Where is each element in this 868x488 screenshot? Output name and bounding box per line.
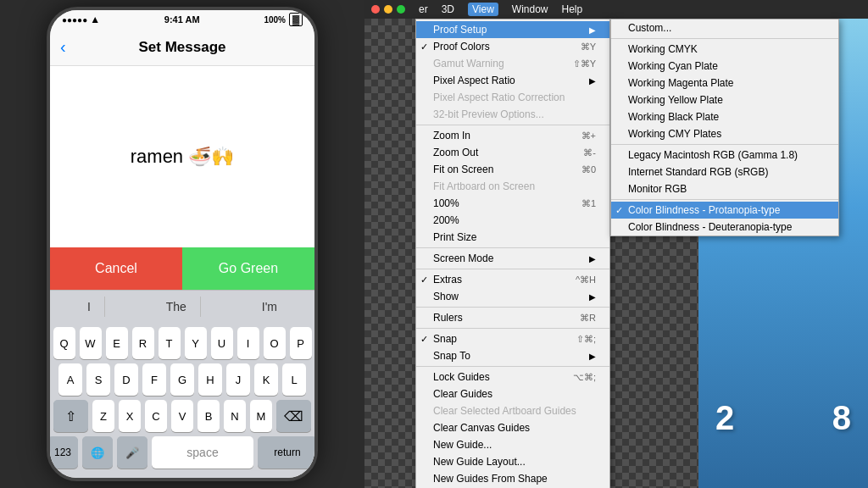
key-j[interactable]: J (226, 363, 250, 396)
menu-window[interactable]: Window (512, 3, 548, 15)
menu-item-100pct[interactable]: 100% ⌘1 (416, 195, 609, 212)
proof-setup-submenu: Custom... Working CMYK Working Cyan Plat… (610, 19, 839, 236)
key-q[interactable]: Q (53, 327, 75, 359)
key-o[interactable]: O (264, 327, 286, 359)
game-num-1: 2 (715, 399, 734, 437)
key-e[interactable]: E (106, 327, 128, 359)
phone: ●●●●● ▲ 9:41 AM 100% ▓ ‹ Set Message ram… (47, 7, 318, 481)
menu-item-proof-colors[interactable]: ✓ Proof Colors ⌘Y (416, 38, 609, 55)
key-z[interactable]: Z (92, 400, 114, 432)
key-m[interactable]: M (250, 400, 272, 432)
autocorrect-word-1[interactable]: I (74, 297, 105, 317)
phone-container: ●●●●● ▲ 9:41 AM 100% ▓ ‹ Set Message ram… (0, 0, 364, 488)
submenu-colorblind-protanopia[interactable]: ✓ Color Blindness - Protanopia-type (611, 202, 838, 219)
menu-item-new-guide-layout[interactable]: New Guide Layout... (416, 453, 609, 470)
key-w[interactable]: W (80, 327, 102, 359)
back-button[interactable]: ‹ (60, 37, 66, 57)
key-t[interactable]: T (159, 327, 181, 359)
menu-item-snap-to[interactable]: Snap To ▶ (416, 347, 609, 364)
battery-icon: ▓ (289, 13, 303, 26)
menu-item-extras[interactable]: ✓ Extras ^⌘H (416, 271, 609, 288)
menu-item-pixel-aspect-ratio[interactable]: Pixel Aspect Ratio ▶ (416, 72, 609, 89)
menu-help[interactable]: Help (562, 3, 583, 15)
menu-item-zoom-out[interactable]: Zoom Out ⌘- (416, 144, 609, 161)
submenu-legacy-mac[interactable]: Legacy Macintosh RGB (Gamma 1.8) (611, 147, 838, 164)
globe-key[interactable]: 🌐 (82, 436, 113, 469)
status-bar: ●●●●● ▲ 9:41 AM 100% ▓ (50, 10, 314, 29)
view-menu-dropdown: Proof Setup ▶ ✓ Proof Colors ⌘Y Gamut Wa… (415, 19, 610, 488)
menu-item-new-guide[interactable]: New Guide... (416, 436, 609, 453)
menu-section-extras: ✓ Extras ^⌘H Show ▶ (416, 269, 609, 308)
menu-item-clear-canvas-guides[interactable]: Clear Canvas Guides (416, 419, 609, 436)
key-v[interactable]: V (171, 400, 193, 432)
menu-item-zoom-in[interactable]: Zoom In ⌘+ (416, 127, 609, 144)
return-key[interactable]: return (258, 436, 317, 469)
key-n[interactable]: N (224, 400, 246, 432)
key-c[interactable]: C (145, 400, 167, 432)
space-key[interactable]: space (152, 436, 253, 469)
num-key[interactable]: 123 (47, 436, 78, 469)
go-green-button[interactable]: Go Green (182, 247, 314, 290)
wifi-icon: ▲ (90, 14, 100, 25)
signal-dots: ●●●●● (62, 15, 87, 25)
menu-item-fit-screen[interactable]: Fit on Screen ⌘0 (416, 161, 609, 178)
key-s[interactable]: S (86, 363, 110, 396)
submenu-working-magenta[interactable]: Working Magenta Plate (611, 75, 838, 92)
status-time: 9:41 AM (164, 14, 200, 25)
fullscreen-dot[interactable] (397, 5, 405, 14)
key-p[interactable]: P (290, 327, 312, 359)
keyboard-row-3: ⇧ Z X C V B N M ⌫ (53, 400, 311, 432)
menu-item-new-guides-from-shape[interactable]: New Guides From Shape (416, 470, 609, 487)
menu-item-clear-guides[interactable]: Clear Guides (416, 385, 609, 402)
menu-section-zoom: Zoom In ⌘+ Zoom Out ⌘- Fit on Screen ⌘0 … (416, 125, 609, 248)
menu-item-proof-setup[interactable]: Proof Setup ▶ (416, 21, 609, 38)
menu-3d[interactable]: 3D (442, 3, 454, 15)
submenu-working-black[interactable]: Working Black Plate (611, 108, 838, 125)
menu-item-200pct[interactable]: 200% (416, 212, 609, 229)
menu-item-pixel-ar-correction: Pixel Aspect Ratio Correction (416, 89, 609, 106)
message-area: ramen 🍜🙌 (50, 66, 314, 247)
menu-section-proof: Proof Setup ▶ ✓ Proof Colors ⌘Y Gamut Wa… (416, 19, 609, 125)
autocorrect-word-3[interactable]: I'm (248, 297, 291, 317)
menu-item-print-size[interactable]: Print Size (416, 229, 609, 246)
delete-key[interactable]: ⌫ (276, 400, 311, 432)
game-num-2: 8 (832, 399, 851, 437)
phone-navbar: ‹ Set Message (50, 29, 314, 66)
battery-pct: 100% (264, 15, 286, 25)
key-x[interactable]: X (119, 400, 141, 432)
submenu-working-cyan[interactable]: Working Cyan Plate (611, 58, 838, 75)
key-h[interactable]: H (198, 363, 222, 396)
submenu-colorblind-deuteranopia[interactable]: Color Blindness - Deuteranopia-type (611, 219, 838, 236)
menu-er[interactable]: er (419, 3, 428, 15)
key-u[interactable]: U (211, 327, 233, 359)
menu-item-show[interactable]: Show ▶ (416, 288, 609, 305)
key-b[interactable]: B (198, 400, 220, 432)
key-a[interactable]: A (58, 363, 82, 396)
cancel-button[interactable]: Cancel (50, 247, 182, 290)
submenu-working-cmy[interactable]: Working CMY Plates (611, 125, 838, 142)
submenu-custom[interactable]: Custom... (611, 19, 838, 36)
mic-key[interactable]: 🎤 (117, 436, 147, 469)
autocorrect-word-2[interactable]: The (153, 297, 201, 317)
menu-view[interactable]: View (468, 3, 498, 16)
key-r[interactable]: R (132, 327, 154, 359)
menu-item-rulers[interactable]: Rulers ⌘R (416, 309, 609, 326)
key-y[interactable]: Y (185, 327, 207, 359)
key-i[interactable]: I (237, 327, 259, 359)
key-g[interactable]: G (170, 363, 194, 396)
submenu-working-cmyk[interactable]: Working CMYK (611, 41, 838, 58)
submenu-working-yellow[interactable]: Working Yellow Plate (611, 92, 838, 108)
submenu-monitor-rgb[interactable]: Monitor RGB (611, 180, 838, 197)
minimize-dot[interactable] (384, 5, 392, 14)
key-l[interactable]: L (282, 363, 306, 396)
key-k[interactable]: K (254, 363, 278, 396)
submenu-internet-srgb[interactable]: Internet Standard RGB (sRGB) (611, 164, 838, 180)
key-d[interactable]: D (114, 363, 138, 396)
close-dot[interactable] (371, 5, 380, 14)
shift-key[interactable]: ⇧ (53, 400, 88, 432)
key-f[interactable]: F (142, 363, 166, 396)
status-left: ●●●●● ▲ (62, 14, 100, 25)
menu-item-snap[interactable]: ✓ Snap ⇧⌘; (416, 330, 609, 347)
menu-item-screen-mode[interactable]: Screen Mode ▶ (416, 250, 609, 267)
menu-item-lock-guides[interactable]: Lock Guides ⌥⌘; (416, 369, 609, 385)
